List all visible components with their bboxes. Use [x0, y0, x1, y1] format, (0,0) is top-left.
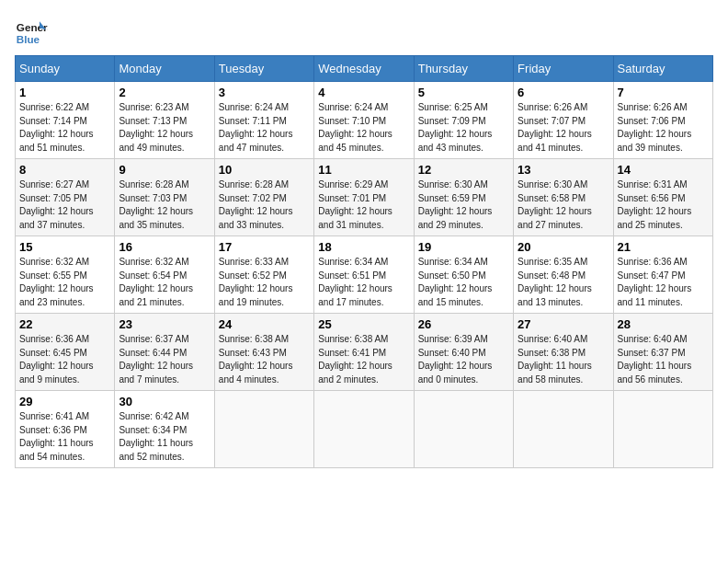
calendar-cell: 22 Sunrise: 6:36 AM Sunset: 6:45 PM Dayl…: [16, 314, 115, 391]
calendar-cell: 3 Sunrise: 6:24 AM Sunset: 7:11 PM Dayli…: [214, 82, 313, 159]
calendar-cell: 17 Sunrise: 6:33 AM Sunset: 6:52 PM Dayl…: [214, 236, 313, 314]
day-number: 9: [119, 163, 210, 177]
day-info: Sunrise: 6:24 AM Sunset: 7:11 PM Dayligh…: [219, 101, 310, 155]
day-number: 7: [618, 86, 709, 99]
day-info: Sunrise: 6:31 AM Sunset: 6:56 PM Dayligh…: [618, 178, 709, 232]
day-info: Sunrise: 6:41 AM Sunset: 6:36 PM Dayligh…: [19, 410, 110, 464]
page-header: General Blue: [15, 15, 713, 48]
day-number: 24: [219, 317, 310, 331]
calendar-cell: 10 Sunrise: 6:28 AM Sunset: 7:02 PM Dayl…: [214, 159, 313, 236]
day-info: Sunrise: 6:30 AM Sunset: 6:58 PM Dayligh…: [518, 178, 609, 232]
weekday-header-saturday: Saturday: [613, 56, 712, 82]
calendar-cell: 20 Sunrise: 6:35 AM Sunset: 6:48 PM Dayl…: [514, 236, 613, 314]
calendar-cell: 18 Sunrise: 6:34 AM Sunset: 6:51 PM Dayl…: [314, 236, 414, 314]
day-number: 28: [618, 317, 709, 331]
weekday-header-thursday: Thursday: [414, 56, 513, 82]
day-info: Sunrise: 6:36 AM Sunset: 6:47 PM Dayligh…: [618, 256, 709, 309]
day-number: 17: [219, 240, 310, 254]
day-info: Sunrise: 6:27 AM Sunset: 7:05 PM Dayligh…: [19, 178, 110, 232]
weekday-header-tuesday: Tuesday: [214, 56, 313, 82]
day-number: 13: [518, 163, 609, 177]
calendar-cell: 27 Sunrise: 6:40 AM Sunset: 6:38 PM Dayl…: [514, 314, 613, 391]
day-number: 16: [119, 240, 210, 254]
day-info: Sunrise: 6:38 AM Sunset: 6:41 PM Dayligh…: [318, 333, 409, 386]
calendar-cell: 25 Sunrise: 6:38 AM Sunset: 6:41 PM Dayl…: [314, 314, 414, 391]
weekday-header-wednesday: Wednesday: [314, 56, 414, 82]
calendar-cell: 21 Sunrise: 6:36 AM Sunset: 6:47 PM Dayl…: [613, 236, 712, 314]
day-number: 11: [318, 163, 409, 177]
day-number: 8: [19, 163, 110, 177]
day-info: Sunrise: 6:36 AM Sunset: 6:45 PM Dayligh…: [19, 333, 110, 386]
day-number: 27: [518, 317, 609, 331]
calendar-cell: 16 Sunrise: 6:32 AM Sunset: 6:54 PM Dayl…: [115, 236, 214, 314]
day-info: Sunrise: 6:32 AM Sunset: 6:54 PM Dayligh…: [119, 256, 210, 309]
day-number: 15: [19, 240, 110, 254]
day-number: 6: [518, 86, 609, 99]
day-info: Sunrise: 6:33 AM Sunset: 6:52 PM Dayligh…: [219, 256, 310, 309]
calendar-cell: 24 Sunrise: 6:38 AM Sunset: 6:43 PM Dayl…: [214, 314, 313, 391]
calendar-cell: 28 Sunrise: 6:40 AM Sunset: 6:37 PM Dayl…: [613, 314, 712, 391]
calendar-cell: 2 Sunrise: 6:23 AM Sunset: 7:13 PM Dayli…: [115, 82, 214, 159]
logo-icon: General Blue: [15, 15, 48, 48]
day-info: Sunrise: 6:28 AM Sunset: 7:03 PM Dayligh…: [119, 178, 210, 232]
day-info: Sunrise: 6:28 AM Sunset: 7:02 PM Dayligh…: [219, 178, 310, 232]
day-info: Sunrise: 6:26 AM Sunset: 7:07 PM Dayligh…: [518, 101, 609, 155]
day-number: 23: [119, 317, 210, 331]
day-info: Sunrise: 6:38 AM Sunset: 6:43 PM Dayligh…: [219, 333, 310, 386]
day-number: 22: [19, 317, 110, 331]
weekday-header-monday: Monday: [115, 56, 214, 82]
calendar-cell: 7 Sunrise: 6:26 AM Sunset: 7:06 PM Dayli…: [613, 82, 712, 159]
calendar-cell: 19 Sunrise: 6:34 AM Sunset: 6:50 PM Dayl…: [414, 236, 513, 314]
calendar-cell: [514, 391, 613, 468]
day-info: Sunrise: 6:32 AM Sunset: 6:55 PM Dayligh…: [19, 256, 110, 309]
day-number: 18: [318, 240, 409, 254]
day-number: 26: [418, 317, 509, 331]
calendar-cell: 30 Sunrise: 6:42 AM Sunset: 6:34 PM Dayl…: [115, 391, 214, 468]
calendar-cell: 1 Sunrise: 6:22 AM Sunset: 7:14 PM Dayli…: [16, 82, 115, 159]
day-info: Sunrise: 6:40 AM Sunset: 6:37 PM Dayligh…: [618, 333, 709, 386]
weekday-header-sunday: Sunday: [16, 56, 115, 82]
day-number: 2: [119, 86, 210, 99]
day-number: 21: [618, 240, 709, 254]
calendar-cell: 8 Sunrise: 6:27 AM Sunset: 7:05 PM Dayli…: [16, 159, 115, 236]
calendar-cell: [314, 391, 414, 468]
day-number: 3: [219, 86, 310, 99]
calendar-cell: 14 Sunrise: 6:31 AM Sunset: 6:56 PM Dayl…: [613, 159, 712, 236]
day-number: 10: [219, 163, 310, 177]
day-info: Sunrise: 6:40 AM Sunset: 6:38 PM Dayligh…: [518, 333, 609, 386]
svg-text:Blue: Blue: [17, 33, 40, 45]
day-info: Sunrise: 6:22 AM Sunset: 7:14 PM Dayligh…: [19, 101, 110, 155]
calendar-cell: 9 Sunrise: 6:28 AM Sunset: 7:03 PM Dayli…: [115, 159, 214, 236]
day-info: Sunrise: 6:23 AM Sunset: 7:13 PM Dayligh…: [119, 101, 210, 155]
day-info: Sunrise: 6:34 AM Sunset: 6:51 PM Dayligh…: [318, 256, 409, 309]
calendar: SundayMondayTuesdayWednesdayThursdayFrid…: [15, 55, 713, 468]
day-info: Sunrise: 6:37 AM Sunset: 6:44 PM Dayligh…: [119, 333, 210, 386]
logo: General Blue: [15, 15, 48, 48]
calendar-cell: 4 Sunrise: 6:24 AM Sunset: 7:10 PM Dayli…: [314, 82, 414, 159]
calendar-cell: 13 Sunrise: 6:30 AM Sunset: 6:58 PM Dayl…: [514, 159, 613, 236]
calendar-cell: [214, 391, 313, 468]
calendar-cell: 23 Sunrise: 6:37 AM Sunset: 6:44 PM Dayl…: [115, 314, 214, 391]
day-number: 12: [418, 163, 509, 177]
calendar-cell: [414, 391, 513, 468]
day-info: Sunrise: 6:35 AM Sunset: 6:48 PM Dayligh…: [518, 256, 609, 309]
day-number: 29: [19, 395, 110, 408]
day-info: Sunrise: 6:39 AM Sunset: 6:40 PM Dayligh…: [418, 333, 509, 386]
day-number: 5: [418, 86, 509, 99]
calendar-cell: 11 Sunrise: 6:29 AM Sunset: 7:01 PM Dayl…: [314, 159, 414, 236]
day-info: Sunrise: 6:24 AM Sunset: 7:10 PM Dayligh…: [318, 101, 409, 155]
calendar-cell: 5 Sunrise: 6:25 AM Sunset: 7:09 PM Dayli…: [414, 82, 513, 159]
calendar-cell: [613, 391, 712, 468]
day-info: Sunrise: 6:34 AM Sunset: 6:50 PM Dayligh…: [418, 256, 509, 309]
day-number: 20: [518, 240, 609, 254]
day-info: Sunrise: 6:25 AM Sunset: 7:09 PM Dayligh…: [418, 101, 509, 155]
calendar-cell: 26 Sunrise: 6:39 AM Sunset: 6:40 PM Dayl…: [414, 314, 513, 391]
weekday-header-friday: Friday: [514, 56, 613, 82]
day-info: Sunrise: 6:42 AM Sunset: 6:34 PM Dayligh…: [119, 410, 210, 464]
calendar-cell: 6 Sunrise: 6:26 AM Sunset: 7:07 PM Dayli…: [514, 82, 613, 159]
day-info: Sunrise: 6:30 AM Sunset: 6:59 PM Dayligh…: [418, 178, 509, 232]
calendar-cell: 15 Sunrise: 6:32 AM Sunset: 6:55 PM Dayl…: [16, 236, 115, 314]
day-info: Sunrise: 6:26 AM Sunset: 7:06 PM Dayligh…: [618, 101, 709, 155]
day-number: 25: [318, 317, 409, 331]
day-number: 30: [119, 395, 210, 408]
